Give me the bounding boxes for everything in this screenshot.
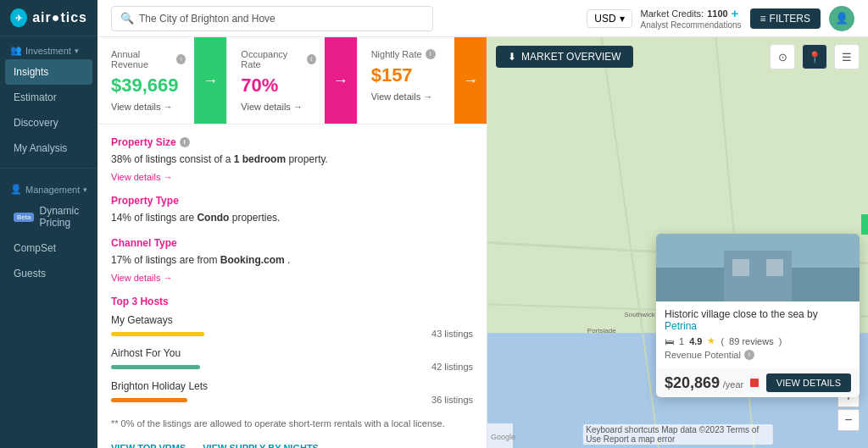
popup-reviews: ( bbox=[721, 336, 724, 346]
bed-icon: 🛏 bbox=[665, 336, 674, 346]
property-popup: Historic village close to the sea by Pet… bbox=[656, 234, 860, 397]
sidebar-item-dynamic-pricing[interactable]: Beta Dynamic Pricing bbox=[0, 198, 97, 235]
filters-button[interactable]: ≡ FILTERS bbox=[750, 8, 821, 29]
sidebar-item-my-analysis[interactable]: My Analysis bbox=[0, 136, 97, 161]
map-panel: ⬇ MARKET OVERVIEW ⊙ 📍 ☰ bbox=[487, 37, 868, 448]
nightly-rate-details[interactable]: View details → bbox=[371, 91, 446, 102]
management-section[interactable]: 👤 Management ▾ bbox=[0, 175, 97, 198]
dynamic-pricing-label: Dynamic Pricing bbox=[39, 205, 84, 229]
host-count-3: 36 listings bbox=[431, 395, 473, 405]
market-overview-button[interactable]: ⬇ MARKET OVERVIEW bbox=[496, 46, 633, 68]
popup-body: Historic village close to the sea by Pet… bbox=[656, 301, 860, 368]
chevron-down-icon-3: ▾ bbox=[620, 13, 625, 25]
annual-revenue-title: Annual Revenue i bbox=[111, 49, 186, 69]
popup-footer: $20,869 /year VIEW DETAILS bbox=[656, 368, 860, 397]
popup-title: Historic village close to the sea by Pet… bbox=[665, 308, 851, 332]
market-credits-label: Market Credits: bbox=[641, 8, 704, 19]
popup-rating: 4.9 bbox=[689, 336, 702, 346]
occupancy-rate-arrow[interactable]: → bbox=[325, 37, 357, 124]
sidebar-item-insights[interactable]: Insights bbox=[5, 59, 92, 85]
annual-revenue-info-icon[interactable]: i bbox=[176, 54, 186, 64]
annual-revenue-details[interactable]: View details → bbox=[111, 102, 186, 112]
investment-section[interactable]: 👥 Investment ▾ bbox=[0, 36, 97, 59]
filters-label: FILTERS bbox=[770, 13, 810, 25]
host-name-1: My Getaways bbox=[111, 314, 473, 326]
popup-revenue-info-icon[interactable]: i bbox=[744, 350, 754, 360]
view-details-button[interactable]: VIEW DETAILS bbox=[766, 373, 851, 392]
host-item-1: My Getaways 43 listings bbox=[111, 314, 473, 339]
search-input[interactable] bbox=[139, 13, 424, 25]
property-type-label: Property Type bbox=[111, 195, 473, 207]
property-size-details-link[interactable]: View details → bbox=[111, 172, 173, 182]
filter-icon: ≡ bbox=[760, 13, 766, 25]
avatar[interactable]: 👤 bbox=[829, 6, 854, 31]
currency-label: USD bbox=[594, 13, 615, 25]
market-credits-area: Market Credits: 1100 + Analyst Recommend… bbox=[641, 7, 742, 30]
header-right: USD ▾ Market Credits: 1100 + Analyst Rec… bbox=[587, 6, 854, 31]
nightly-rate-info-icon[interactable]: i bbox=[426, 49, 436, 59]
logo-text: air●tics bbox=[32, 10, 87, 25]
annual-revenue-value: $39,669 bbox=[111, 75, 186, 97]
view-supply-by-nights-link[interactable]: VIEW SUPPLY BY NIGHTS bbox=[203, 443, 319, 449]
host-count-2: 42 listings bbox=[431, 362, 473, 372]
view-top-vrms-link[interactable]: VIEW TOP VRMS bbox=[111, 443, 186, 449]
plus-icon[interactable]: + bbox=[732, 7, 738, 20]
top-hosts-section: Top 3 Hosts My Getaways 43 listings Airh… bbox=[111, 296, 473, 405]
svg-rect-17 bbox=[732, 259, 749, 276]
search-icon: 🔍 bbox=[120, 12, 134, 25]
property-type-text: 14% of listings are Condo properties. bbox=[111, 210, 473, 225]
host-item-2: Airhost For You 42 listings bbox=[111, 347, 473, 372]
occupancy-rate-value: 70% bbox=[241, 75, 315, 97]
popup-revenue-label: Revenue Potential i bbox=[665, 350, 851, 360]
chevron-down-icon-2: ▾ bbox=[83, 185, 87, 194]
property-type-section: Property Type 14% of listings are Condo … bbox=[111, 195, 473, 225]
map-pin-icon-btn[interactable]: 📍 bbox=[802, 44, 827, 69]
map-toolbar: ⬇ MARKET OVERVIEW ⊙ 📍 ☰ bbox=[487, 37, 868, 76]
left-panel: Annual Revenue i $39,669 View details → … bbox=[97, 37, 487, 448]
search-bar[interactable]: 🔍 bbox=[111, 6, 433, 31]
nightly-rate-card: Nightly Rate i $157 View details → → bbox=[358, 37, 487, 124]
popup-beds: 1 bbox=[679, 336, 684, 346]
channel-type-label: Channel Type bbox=[111, 237, 473, 249]
map-target-icon-btn[interactable]: ⊙ bbox=[770, 44, 795, 69]
metric-cards: Annual Revenue i $39,669 View details → … bbox=[97, 37, 487, 124]
popup-reviews-count: 89 reviews bbox=[729, 336, 774, 346]
currency-select[interactable]: USD ▾ bbox=[587, 9, 632, 28]
svg-rect-18 bbox=[766, 259, 783, 276]
sidebar-item-guests[interactable]: Guests bbox=[0, 261, 97, 286]
occupancy-rate-details[interactable]: View details → bbox=[241, 102, 315, 112]
sidebar-item-compset[interactable]: CompSet bbox=[0, 235, 97, 261]
host-item-3: Brighton Holiday Lets 36 listings bbox=[111, 380, 473, 405]
property-size-info-icon[interactable]: i bbox=[180, 137, 190, 147]
host-bar-row-3: 36 listings bbox=[111, 395, 473, 405]
map-attribution: Keyboard shortcuts Map data ©2023 Terms … bbox=[582, 424, 773, 445]
sidebar-divider bbox=[0, 168, 97, 169]
sidebar-item-estimator[interactable]: Estimator bbox=[0, 85, 97, 110]
sidebar-item-discovery[interactable]: Discovery bbox=[0, 110, 97, 136]
popup-meta: 🛏 1 4.9 ★ (89 reviews) bbox=[665, 335, 851, 346]
main-area: 🔍 USD ▾ Market Credits: 1100 + Analyst R… bbox=[97, 0, 868, 448]
market-overview-label: MARKET OVERVIEW bbox=[521, 51, 621, 63]
popup-red-square bbox=[750, 379, 759, 387]
zoom-out-button[interactable]: − bbox=[837, 409, 860, 431]
management-icon: 👤 bbox=[10, 184, 22, 195]
logo-icon: ✈ bbox=[10, 8, 27, 27]
nightly-rate-arrow[interactable]: → bbox=[454, 37, 487, 124]
nightly-rate-value: $157 bbox=[371, 64, 446, 86]
channel-type-details-link[interactable]: View details → bbox=[111, 273, 173, 283]
host-name-2: Airhost For You bbox=[111, 347, 473, 359]
top-hosts-title: Top 3 Hosts bbox=[111, 296, 473, 307]
investment-label: Investment bbox=[25, 46, 71, 56]
popup-host-link[interactable]: Petrina bbox=[665, 320, 697, 332]
host-bar-row-2: 42 listings bbox=[111, 362, 473, 372]
property-size-label: Property Size i bbox=[111, 136, 473, 148]
popup-stars: ★ bbox=[707, 335, 715, 346]
occupancy-rate-info-icon[interactable]: i bbox=[307, 54, 316, 64]
annual-revenue-arrow[interactable]: → bbox=[194, 37, 226, 124]
property-size-section: Property Size i 38% of listings consist … bbox=[111, 136, 473, 183]
market-credits: Market Credits: 1100 + bbox=[641, 7, 742, 20]
download-icon: ⬇ bbox=[508, 51, 516, 63]
host-bar-2 bbox=[111, 365, 200, 369]
host-bar-row-1: 43 listings bbox=[111, 329, 473, 339]
map-list-icon-btn[interactable]: ☰ bbox=[834, 44, 860, 69]
